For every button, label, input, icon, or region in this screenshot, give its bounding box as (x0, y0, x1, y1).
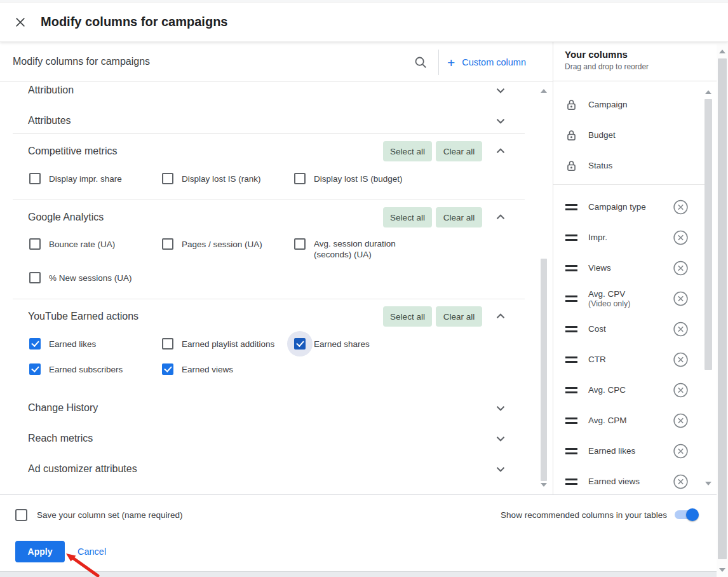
remove-column-icon[interactable] (673, 261, 689, 276)
locked-column-row: Budget (553, 120, 704, 151)
toolbar-divider (438, 50, 439, 75)
chevron-down-icon[interactable] (494, 431, 508, 445)
remove-column-icon[interactable] (673, 200, 689, 215)
lock-icon (565, 98, 577, 111)
scroll-down-arrow[interactable] (705, 482, 711, 485)
section-title: YouTube Earned actions (28, 311, 138, 322)
drag-handle-icon[interactable] (565, 356, 577, 363)
content-scrollbar (539, 85, 549, 493)
chevron-down-icon[interactable] (494, 114, 508, 128)
recommended-columns-option: Show recommended columns in your tables (501, 506, 699, 524)
remove-column-icon[interactable] (673, 230, 689, 246)
toolbar: Modify columns for campaigns + Custom co… (0, 42, 553, 82)
cancel-button[interactable]: Cancel (78, 541, 106, 562)
checkbox-checked[interactable] (29, 338, 41, 350)
draggable-column-row[interactable]: Avg. CPV (Video only) (553, 283, 704, 314)
remove-column-icon[interactable] (673, 444, 689, 459)
remove-column-icon[interactable] (673, 322, 689, 337)
select-all-button[interactable]: Select all (383, 306, 432, 327)
drag-handle-icon[interactable] (565, 479, 577, 485)
section-divider (13, 133, 525, 134)
draggable-column-row[interactable]: Impr. (553, 222, 704, 253)
scrollbar-thumb[interactable] (718, 58, 727, 559)
checkbox-unchecked[interactable] (29, 173, 41, 184)
scroll-up-arrow[interactable] (705, 90, 711, 94)
checkbox-unchecked[interactable] (294, 173, 306, 184)
remove-column-icon[interactable] (673, 474, 689, 490)
checkbox-unchecked[interactable] (162, 173, 173, 184)
select-all-button[interactable]: Select all (383, 207, 432, 227)
drag-handle-icon[interactable] (565, 448, 577, 454)
apply-button[interactable]: Apply (15, 541, 65, 562)
chevron-up-icon[interactable] (494, 309, 508, 323)
recommended-columns-label: Show recommended columns in your tables (501, 510, 667, 520)
checkbox-checked[interactable] (29, 363, 41, 375)
drag-handle-icon[interactable] (565, 295, 577, 302)
clear-all-button[interactable]: Clear all (436, 207, 482, 227)
scroll-down-arrow[interactable] (541, 483, 547, 487)
chevron-up-icon[interactable] (494, 210, 508, 224)
remove-column-icon[interactable] (673, 383, 689, 398)
remove-column-icon[interactable] (673, 413, 689, 429)
draggable-column-row[interactable]: Cost (553, 314, 704, 344)
checkbox-option: Display impr. share (29, 167, 122, 190)
chevron-down-icon[interactable] (494, 401, 508, 415)
save-column-set-checkbox[interactable] (15, 509, 27, 521)
remove-column-icon[interactable] (673, 291, 689, 307)
chevron-down-icon[interactable] (494, 83, 508, 97)
scroll-up-arrow[interactable] (719, 50, 725, 53)
recommended-columns-toggle-on[interactable] (675, 508, 699, 521)
checkbox-checked[interactable] (294, 338, 306, 350)
drag-handle-icon[interactable] (565, 234, 577, 241)
checkbox-unchecked[interactable] (29, 238, 41, 250)
column-label: Earned likes (588, 446, 635, 456)
lock-icon (565, 129, 577, 142)
section-reach-metrics: Reach metrics (0, 427, 525, 450)
scroll-down-arrow[interactable] (719, 568, 725, 572)
locked-column-row: Status (553, 151, 704, 181)
chevron-up-icon[interactable] (494, 144, 508, 158)
section-competitive-header: Competitive metrics Select all Clear all (0, 141, 525, 161)
search-icon[interactable] (413, 55, 428, 70)
drag-handle-icon[interactable] (565, 417, 577, 424)
checkbox-unchecked[interactable] (162, 338, 173, 350)
checkbox-option: Avg. session duration (seconds) (UA) (294, 238, 422, 260)
scroll-up-arrow[interactable] (541, 89, 547, 93)
section-title: Google Analytics (28, 212, 104, 223)
section-title: Competitive metrics (28, 146, 117, 157)
checkbox-unchecked[interactable] (29, 272, 41, 283)
column-label: Cost (588, 324, 606, 334)
section-attribution: Attribution (0, 79, 525, 102)
clear-all-button[interactable]: Clear all (436, 141, 482, 161)
your-columns-list: Campaign Budget Status Campaign type (553, 81, 704, 494)
custom-column-button[interactable]: + Custom column (447, 51, 526, 74)
page-scrollbar (717, 44, 728, 577)
draggable-column-row[interactable]: Earned views (553, 466, 704, 497)
close-icon[interactable] (13, 15, 28, 30)
draggable-column-row[interactable]: CTR (553, 344, 704, 375)
chevron-down-icon[interactable] (494, 462, 508, 476)
draggable-column-row[interactable]: Avg. CPM (553, 405, 704, 436)
drag-handle-icon[interactable] (565, 326, 577, 332)
checkbox-option: Earned playlist additions (162, 332, 274, 355)
checkbox-option: % New sessions (UA) (29, 266, 132, 289)
custom-column-label: Custom column (462, 57, 526, 67)
google-analytics-row-1: Bounce rate (UA) Pages / session (UA) Av… (0, 233, 525, 255)
checkbox-checked[interactable] (162, 363, 173, 375)
draggable-column-row[interactable]: Earned likes (553, 436, 704, 466)
scrollbar-thumb[interactable] (704, 99, 712, 370)
scrollbar-thumb[interactable] (541, 259, 547, 481)
drag-handle-icon[interactable] (565, 265, 577, 271)
checkbox-unchecked[interactable] (162, 238, 173, 250)
draggable-column-row[interactable]: Campaign type (553, 192, 704, 222)
toggle-knob[interactable] (686, 508, 699, 521)
drag-handle-icon[interactable] (565, 387, 577, 393)
draggable-column-row[interactable]: Avg. CPC (553, 375, 704, 405)
youtube-row-2: Earned subscribers Earned views (0, 358, 525, 381)
draggable-column-row[interactable]: Views (553, 253, 704, 283)
select-all-button[interactable]: Select all (383, 141, 432, 161)
checkbox-unchecked[interactable] (294, 238, 306, 250)
remove-column-icon[interactable] (673, 352, 689, 368)
drag-handle-icon[interactable] (565, 204, 577, 210)
clear-all-button[interactable]: Clear all (436, 306, 482, 327)
